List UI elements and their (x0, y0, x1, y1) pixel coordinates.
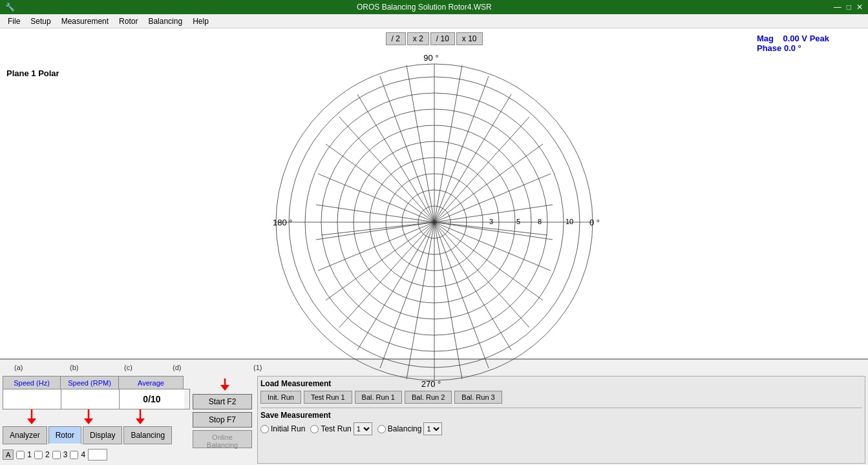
start-stop-section: Start F2 Stop F7 Online Balancing (190, 376, 255, 464)
bottom-text-input[interactable] (88, 449, 107, 460)
initial-run-label: Initial Run (271, 424, 305, 433)
phase-label: Phase (757, 43, 781, 53)
balancing-label: Balancing (388, 424, 422, 433)
titlebar-title: OROS Balancing Solution Rotor4.WSR (357, 3, 492, 12)
menu-balancing[interactable]: Balancing (143, 16, 187, 27)
init-run-button[interactable]: Init. Run (260, 391, 301, 404)
chart-area: / 2 x 2 / 10 x 10 Mag 0.00 V Peak Phase … (0, 28, 868, 358)
speed-hz-input[interactable] (3, 389, 61, 409)
rotor-tab[interactable]: Rotor (48, 426, 81, 444)
ring-val-8: 8 (538, 218, 542, 225)
svg-line-37 (380, 222, 434, 368)
svg-line-40 (326, 222, 434, 300)
scale-mul10-button[interactable]: x 10 (456, 32, 483, 45)
menu-setup[interactable]: Setup (25, 16, 56, 27)
svg-line-32 (434, 222, 529, 327)
check-3-label: 3 (63, 450, 68, 459)
average-max: 10 (151, 394, 161, 404)
online-balancing-button: Online Balancing (193, 430, 252, 448)
angle-0: 0 ° (589, 218, 600, 227)
check-2[interactable] (34, 451, 43, 459)
svg-marker-46 (84, 418, 93, 424)
scale-div10-button[interactable]: / 10 (430, 32, 455, 45)
mag-value: 0.00 V Peak (783, 34, 829, 43)
polar-chart: 10,20,30,40,50,60,70,80,100,110,120,130,… (266, 54, 602, 390)
svg-line-17 (434, 144, 543, 222)
average-display: 0/10 (120, 389, 184, 409)
mag-line: Mag 0.00 V Peak (757, 34, 829, 43)
inputs-section: Speed (Hz) Speed (RPM) Average 0/10 (3, 376, 190, 464)
test-run-select[interactable]: 1 2 3 (354, 422, 372, 435)
svg-line-25 (326, 144, 434, 222)
menu-rotor[interactable]: Rotor (114, 16, 143, 27)
ring-val-10: 10 (566, 218, 573, 225)
ring-val-3: 3 (489, 218, 493, 225)
test-run-radio[interactable] (310, 425, 319, 433)
svg-line-41 (318, 222, 434, 271)
scale-div2-button[interactable]: / 2 (385, 32, 405, 45)
load-buttons: Init. Run Test Run 1 Bal. Run 1 Bal. Run… (260, 391, 862, 404)
display-tab[interactable]: Display (83, 426, 122, 444)
test-run-1-button[interactable]: Test Run 1 (304, 391, 352, 404)
balancing-select[interactable]: 1 2 3 (423, 422, 442, 435)
check-1-label: 1 (27, 450, 32, 459)
maximize-button[interactable]: □ (847, 3, 851, 12)
start-button[interactable]: Start F2 (193, 394, 252, 409)
speed-hz-label: Speed (Hz) (3, 376, 61, 389)
annotation-d: (d) (173, 364, 181, 371)
check-1[interactable] (16, 451, 25, 459)
balancing-tab[interactable]: Balancing (123, 426, 172, 444)
check-2-label: 2 (45, 450, 50, 459)
window-controls: — □ ✕ (834, 3, 863, 12)
phase-value: 0.0 ° (784, 43, 801, 53)
annotation-c: (c) (124, 364, 132, 371)
svg-marker-44 (27, 418, 36, 424)
bal-run-1-button[interactable]: Bal. Run 1 (355, 391, 402, 404)
svg-line-39 (339, 222, 434, 327)
svg-line-26 (318, 174, 434, 222)
svg-line-35 (434, 222, 553, 240)
check-3[interactable] (52, 451, 61, 459)
bal-run-3-button[interactable]: Bal. Run 3 (454, 391, 502, 404)
svg-line-42 (316, 222, 434, 240)
initial-run-radio[interactable] (260, 425, 269, 433)
arrows-svg (3, 409, 184, 425)
bal-run-2-button[interactable]: Bal. Run 2 (405, 391, 452, 404)
svg-marker-48 (136, 418, 145, 424)
check-4[interactable] (70, 451, 78, 459)
angle-90: 90 ° (423, 54, 438, 63)
speed-rpm-input[interactable] (61, 389, 120, 409)
svg-marker-50 (220, 385, 229, 391)
bottom-a-button[interactable]: A (3, 450, 14, 460)
minimize-button[interactable]: — (834, 3, 842, 12)
annotation-1: (1) (253, 364, 262, 371)
balancing-radio-group: Balancing 1 2 3 (377, 422, 443, 435)
balancing-radio[interactable] (377, 425, 386, 433)
check-4-label: 4 (81, 450, 85, 459)
angle-180: 180 ° (273, 218, 293, 227)
save-options: Initial Run Test Run 1 2 3 (260, 422, 862, 435)
app-icon: 🔧 (5, 3, 15, 12)
svg-line-14 (434, 76, 489, 222)
menu-file[interactable]: File (3, 16, 25, 27)
annotation-a: (a) (14, 364, 23, 371)
phase-line: Phase 0.0 ° (757, 43, 829, 53)
mag-phase-display: Mag 0.00 V Peak Phase 0.0 ° (757, 34, 829, 53)
bottom-panel: (a) (b) (c) (d) (1) Speed (Hz) Speed (RP… (0, 358, 868, 465)
svg-line-19 (434, 205, 553, 222)
mag-label: Mag (757, 34, 781, 43)
test-run-radio-group: Test Run 1 2 3 (310, 422, 372, 435)
save-measurement-title: Save Measurement (260, 411, 862, 420)
svg-line-16 (434, 117, 529, 222)
stop-button[interactable]: Stop F7 (193, 412, 252, 428)
menu-help[interactable]: Help (187, 16, 214, 27)
close-button[interactable]: ✕ (856, 3, 863, 12)
svg-line-33 (434, 222, 543, 300)
initial-run-radio-group: Initial Run (260, 424, 305, 433)
annotation-b: (b) (70, 364, 78, 371)
analyzer-tab[interactable]: Analyzer (3, 426, 47, 444)
menu-measurement[interactable]: Measurement (56, 16, 114, 27)
average-value: 0 (143, 394, 148, 404)
scale-mul2-button[interactable]: x 2 (407, 32, 429, 45)
scale-buttons: / 2 x 2 / 10 x 10 (385, 32, 482, 45)
